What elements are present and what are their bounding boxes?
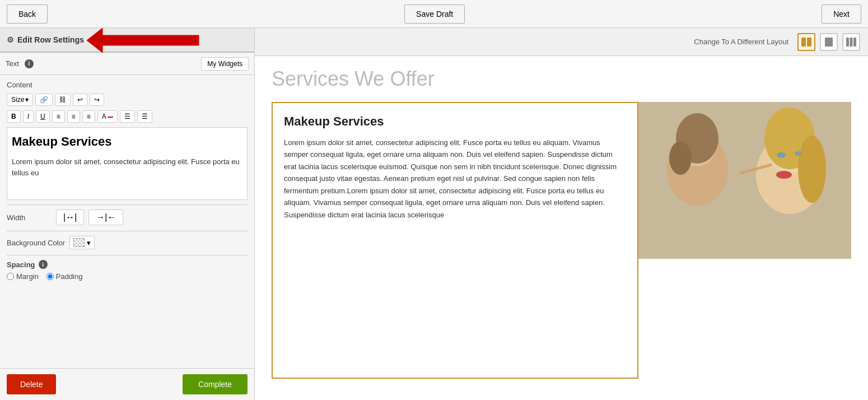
text-column: Makeup Services Lorem ipsum dolor sit am… <box>272 102 638 379</box>
article-title: Makeup Services <box>284 114 626 129</box>
background-color-label: Background Color <box>7 239 65 247</box>
svg-rect-4 <box>846 38 849 46</box>
layout-bar: Change To A Different Layout <box>255 28 868 56</box>
svg-rect-2 <box>807 38 811 46</box>
color-swatch-btn[interactable]: ▾ <box>69 236 95 249</box>
spacing-label: Spacing <box>7 261 35 269</box>
color-dropdown-icon: ▾ <box>87 239 91 247</box>
next-button[interactable]: Next <box>822 4 861 24</box>
padding-radio-option[interactable]: Padding <box>46 272 83 281</box>
makeup-image <box>638 102 851 259</box>
content-section-label: Content <box>7 81 248 89</box>
divider-3 <box>7 255 248 255</box>
size-chevron-icon: ▾ <box>25 96 29 104</box>
back-button[interactable]: Back <box>7 4 48 24</box>
size-dropdown[interactable]: Size ▾ <box>7 94 33 106</box>
svg-rect-3 <box>825 38 833 46</box>
main-layout: ⚙ Edit Row Settings Text i My Widgets Co… <box>0 28 868 400</box>
spacing-row: Spacing i <box>7 260 248 269</box>
redo-icon-btn[interactable]: ↪ <box>90 94 104 106</box>
layout-two-col-equal-btn[interactable] <box>797 33 815 51</box>
margin-label: Margin <box>16 272 39 281</box>
page-content: Services We Offer Makeup Services Lorem … <box>255 56 868 400</box>
text-editor[interactable]: Makeup Services Lorem ipsum dolor sit am… <box>7 127 248 200</box>
unordered-list-btn[interactable]: ☰ <box>137 110 152 123</box>
svg-rect-6 <box>853 38 856 46</box>
content-area: Change To A Different Layout <box>255 28 868 400</box>
page-title: Services We Offer <box>272 67 851 91</box>
sidebar: ⚙ Edit Row Settings Text i My Widgets Co… <box>0 28 255 400</box>
gear-icon: ⚙ <box>7 35 14 44</box>
padding-label: Padding <box>56 272 83 281</box>
delete-button[interactable]: Delete <box>7 374 56 394</box>
margin-radio[interactable] <box>7 273 14 280</box>
divider-1 <box>7 204 248 205</box>
change-layout-label: Change To A Different Layout <box>694 38 788 46</box>
formatting-toolbar-row: B I U ≡ ≡ ≡ A ☰ ☰ <box>7 110 248 123</box>
svg-rect-20 <box>638 102 851 259</box>
save-draft-button[interactable]: Save Draft <box>404 4 465 24</box>
underline-btn[interactable]: U <box>36 110 50 123</box>
editor-title: Makeup Services <box>12 132 242 151</box>
sidebar-bottom-buttons: Delete Complete <box>0 368 254 400</box>
text-tab-info-icon[interactable]: i <box>25 59 34 68</box>
background-color-row: Background Color ▾ <box>7 236 248 249</box>
italic-btn[interactable]: I <box>23 110 34 123</box>
width-field-row: Width |↔| →|← <box>7 210 248 225</box>
editor-body: Lorem ipsum dolor sit amet, consectetur … <box>12 156 242 178</box>
color-grid-icon <box>73 238 85 247</box>
tab-bar: Text i My Widgets <box>0 53 254 75</box>
padding-radio[interactable] <box>46 273 54 280</box>
align-right-btn[interactable]: ≡ <box>82 110 95 123</box>
svg-rect-1 <box>801 38 806 46</box>
svg-rect-5 <box>850 38 853 46</box>
unlink-icon-btn[interactable]: ⛓ <box>55 94 71 106</box>
align-center-btn[interactable]: ≡ <box>67 110 80 123</box>
bold-btn[interactable]: B <box>7 110 21 123</box>
sidebar-scrollable-content: Content Size ▾ 🔗 ⛓ ↩ ↪ B I U ≡ ≡ ≡ A <box>0 75 254 368</box>
top-bar: Back Save Draft Next <box>0 0 868 28</box>
align-left-btn[interactable]: ≡ <box>52 110 65 123</box>
size-toolbar-row: Size ▾ 🔗 ⛓ ↩ ↪ <box>7 94 248 106</box>
sidebar-header-label: Edit Row Settings <box>17 35 84 44</box>
my-widgets-tab[interactable]: My Widgets <box>201 57 249 71</box>
margin-radio-option[interactable]: Margin <box>7 272 39 281</box>
size-label: Size <box>11 96 24 104</box>
article-body: Lorem ipsum dolor sit amet, consectetur … <box>284 137 626 221</box>
margin-padding-row: Margin Padding <box>7 272 248 281</box>
ordered-list-btn[interactable]: ☰ <box>120 110 135 123</box>
width-shrink-btn[interactable]: →|← <box>88 210 123 225</box>
undo-icon-btn[interactable]: ↩ <box>73 94 87 106</box>
font-color-btn[interactable]: A <box>97 110 118 123</box>
link-icon-btn[interactable]: 🔗 <box>35 94 53 106</box>
spacing-info-icon[interactable]: i <box>39 260 48 269</box>
divider-2 <box>7 231 248 231</box>
width-expand-btn[interactable]: |↔| <box>56 210 84 225</box>
two-column-layout: Makeup Services Lorem ipsum dolor sit am… <box>272 102 851 379</box>
width-label: Width <box>7 213 52 222</box>
layout-single-col-btn[interactable] <box>820 33 838 51</box>
complete-button[interactable]: Complete <box>183 374 248 394</box>
image-column <box>638 102 851 379</box>
sidebar-header: ⚙ Edit Row Settings <box>0 28 254 53</box>
layout-three-col-btn[interactable] <box>842 33 860 51</box>
svg-marker-0 <box>87 28 199 53</box>
text-tab-label: Text <box>6 59 19 68</box>
